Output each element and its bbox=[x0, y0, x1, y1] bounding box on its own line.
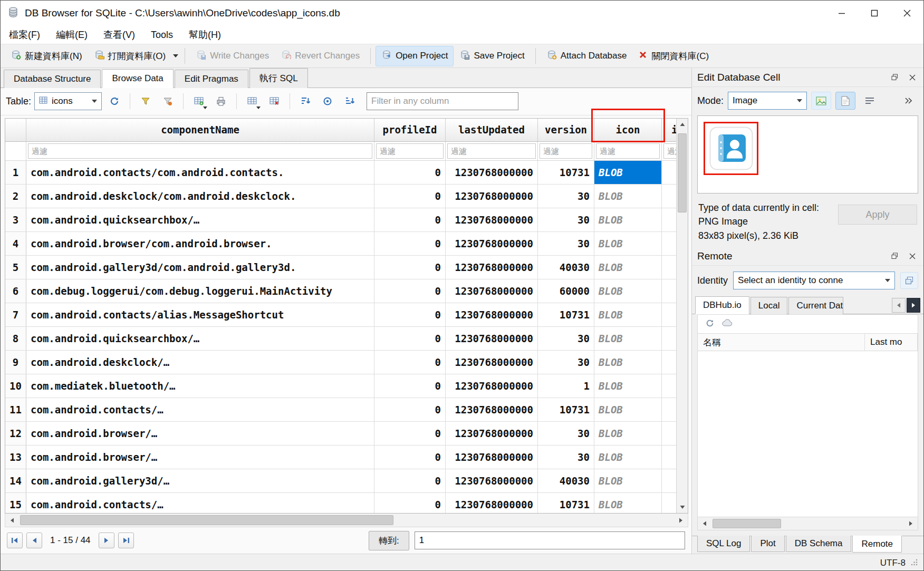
previous-page-button[interactable] bbox=[26, 533, 42, 548]
attach-database-button[interactable]: Attach Database bbox=[541, 46, 633, 66]
cell-version[interactable]: 10731 bbox=[538, 493, 594, 514]
vertical-scrollbar[interactable] bbox=[676, 119, 688, 514]
revert-changes-button[interactable]: Revert Changes bbox=[275, 46, 365, 66]
menu-view[interactable]: 查看(V) bbox=[103, 28, 135, 41]
scroll-right-button[interactable] bbox=[904, 517, 918, 530]
cell-clipped[interactable] bbox=[662, 208, 676, 231]
cell-version[interactable]: 30 bbox=[538, 208, 594, 231]
remote-column-name[interactable]: 名稱 bbox=[698, 334, 865, 351]
scroll-right-button[interactable] bbox=[674, 514, 688, 527]
cell-version[interactable]: 1 bbox=[538, 374, 594, 398]
last-record-button[interactable] bbox=[118, 533, 134, 548]
remote-refresh-icon[interactable] bbox=[705, 318, 715, 330]
refresh-button[interactable] bbox=[105, 92, 124, 111]
menu-file[interactable]: 檔案(F) bbox=[9, 28, 40, 41]
remote-horizontal-scrollbar[interactable] bbox=[697, 517, 918, 530]
column-header-componentName[interactable]: componentName bbox=[26, 119, 374, 142]
cell-componentName[interactable]: com.android.quicksearchbox/… bbox=[26, 327, 374, 350]
cell-clipped[interactable] bbox=[662, 185, 676, 208]
remote-tab-current-database[interactable]: Current Dat bbox=[788, 297, 843, 314]
table-row[interactable]: 8 com.android.quicksearchbox/… 0 1230768… bbox=[5, 327, 676, 351]
row-number[interactable]: 1 bbox=[5, 161, 26, 184]
cell-clipped[interactable] bbox=[662, 327, 676, 350]
table-row[interactable]: 7 com.android.contacts/alias.MessageShor… bbox=[5, 303, 676, 327]
column-header-version[interactable]: version bbox=[538, 119, 594, 142]
cell-icon[interactable]: BLOB bbox=[594, 398, 662, 421]
table-row[interactable]: 5 com.android.gallery3d/com.android.gall… bbox=[5, 256, 676, 279]
identity-select[interactable]: Select an identity to conne bbox=[733, 272, 895, 289]
table-row[interactable]: 6 com.debug.loggerui/com.debug.loggerui.… bbox=[5, 279, 676, 303]
minimize-button[interactable] bbox=[825, 1, 858, 26]
table-row[interactable]: 14 com.android.gallery3d/… 0 12307680000… bbox=[5, 469, 676, 493]
horizontal-scroll-thumb[interactable] bbox=[20, 515, 393, 525]
vertical-scroll-track[interactable] bbox=[677, 130, 688, 502]
float-panel-icon[interactable] bbox=[889, 250, 900, 262]
tab-database-structure[interactable]: Database Structure bbox=[4, 70, 101, 88]
table-row[interactable]: 3 com.android.quicksearchbox/… 0 1230768… bbox=[5, 208, 676, 232]
cell-profileId[interactable]: 0 bbox=[374, 185, 446, 208]
row-number[interactable]: 12 bbox=[5, 422, 26, 445]
cell-clipped[interactable] bbox=[662, 398, 676, 421]
cell-lastUpdated[interactable]: 1230768000000 bbox=[446, 208, 538, 231]
tab-scroll-left-button[interactable] bbox=[892, 298, 906, 313]
word-wrap-button[interactable] bbox=[860, 92, 880, 110]
cell-profileId[interactable]: 0 bbox=[374, 351, 446, 374]
cell-componentName[interactable]: com.mediatek.bluetooth/… bbox=[26, 374, 374, 398]
cell-lastUpdated[interactable]: 1230768000000 bbox=[446, 493, 538, 514]
filter-button[interactable] bbox=[136, 92, 155, 111]
cell-profileId[interactable]: 0 bbox=[374, 232, 446, 255]
cell-icon[interactable]: BLOB bbox=[594, 422, 662, 445]
remote-tab-dbhub[interactable]: DBHub.io bbox=[695, 296, 749, 314]
tab-scroll-right-button[interactable] bbox=[907, 298, 920, 313]
cell-clipped[interactable] bbox=[662, 493, 676, 514]
open-project-button[interactable]: Open Project bbox=[376, 46, 454, 66]
cell-lastUpdated[interactable]: 1230768000000 bbox=[446, 446, 538, 469]
cell-icon[interactable]: BLOB bbox=[594, 185, 662, 208]
filter-lastUpdated-input[interactable] bbox=[447, 143, 536, 159]
row-number[interactable]: 11 bbox=[5, 398, 26, 421]
cell-lastUpdated[interactable]: 1230768000000 bbox=[446, 303, 538, 326]
cell-componentName[interactable]: com.debug.loggerui/com.debug.loggerui.Ma… bbox=[26, 279, 374, 303]
first-record-button[interactable] bbox=[7, 533, 23, 548]
menu-help[interactable]: 幫助(H) bbox=[189, 28, 221, 41]
scroll-up-button[interactable] bbox=[677, 119, 688, 130]
goto-button[interactable]: 轉到: bbox=[369, 531, 409, 550]
maximize-button[interactable] bbox=[858, 1, 891, 26]
menu-edit[interactable]: 編輯(E) bbox=[56, 28, 88, 41]
table-row[interactable]: 2 com.android.deskclock/com.android.desk… bbox=[5, 185, 676, 208]
cell-icon[interactable]: BLOB bbox=[594, 469, 662, 492]
new-record-button[interactable] bbox=[189, 92, 208, 111]
table-select[interactable]: icons bbox=[34, 92, 102, 110]
cell-icon[interactable]: BLOB bbox=[594, 351, 662, 374]
row-number[interactable]: 5 bbox=[5, 256, 26, 279]
cell-version[interactable]: 30 bbox=[538, 327, 594, 350]
cell-profileId[interactable]: 0 bbox=[374, 469, 446, 492]
table-row[interactable]: 11 com.android.contacts/… 0 123076800000… bbox=[5, 398, 676, 422]
cell-icon[interactable]: BLOB bbox=[594, 232, 662, 255]
filter-componentName-input[interactable] bbox=[28, 143, 372, 159]
cell-icon[interactable]: BLOB bbox=[594, 161, 662, 184]
cell-version[interactable]: 30 bbox=[538, 446, 594, 469]
horizontal-scrollbar[interactable] bbox=[5, 514, 688, 527]
cell-componentName[interactable]: com.android.gallery3d/com.android.galler… bbox=[26, 256, 374, 279]
dock-tab-db-schema[interactable]: DB Schema bbox=[786, 536, 852, 552]
row-number[interactable]: 8 bbox=[5, 327, 26, 350]
row-number[interactable]: 9 bbox=[5, 351, 26, 374]
scroll-left-button[interactable] bbox=[5, 514, 19, 527]
mode-select[interactable]: Image bbox=[728, 92, 807, 110]
save-project-button[interactable]: Save Project bbox=[454, 46, 530, 66]
horizontal-scroll-track[interactable] bbox=[19, 514, 674, 527]
table-row[interactable]: 12 com.android.browser/… 0 1230768000000… bbox=[5, 422, 676, 446]
clear-filter-button[interactable] bbox=[158, 92, 177, 111]
delete-record-button[interactable] bbox=[265, 92, 284, 111]
filter-version-input[interactable] bbox=[540, 143, 592, 159]
next-page-button[interactable] bbox=[99, 533, 114, 548]
cell-icon[interactable]: BLOB bbox=[594, 256, 662, 279]
cell-icon[interactable]: BLOB bbox=[594, 279, 662, 303]
import-data-button[interactable] bbox=[811, 92, 831, 110]
open-database-button[interactable]: 打開資料庫(O) bbox=[88, 46, 172, 66]
table-row[interactable]: 4 com.android.browser/com.android.browse… bbox=[5, 232, 676, 256]
cell-clipped[interactable] bbox=[662, 256, 676, 279]
column-header-profileId[interactable]: profileId bbox=[374, 119, 446, 142]
row-number[interactable]: 4 bbox=[5, 232, 26, 255]
